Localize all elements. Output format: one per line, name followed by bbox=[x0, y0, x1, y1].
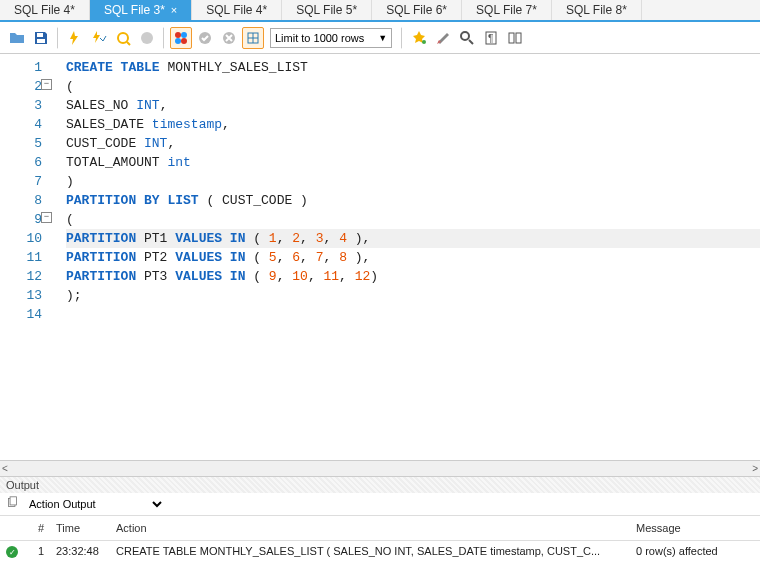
code-line[interactable]: CREATE TABLE MONTHLY_SALES_LIST bbox=[66, 58, 760, 77]
line-number: 8 bbox=[0, 191, 42, 210]
line-number: 2− bbox=[0, 77, 42, 96]
line-number: 13 bbox=[0, 286, 42, 305]
line-number: 10 bbox=[0, 229, 42, 248]
svg-point-7 bbox=[181, 38, 187, 44]
col-time: Time bbox=[50, 520, 110, 536]
line-number: 1 bbox=[0, 58, 42, 77]
commit-button[interactable] bbox=[194, 27, 216, 49]
col-message: Message bbox=[630, 520, 760, 536]
separator bbox=[57, 27, 59, 49]
tab-label: SQL File 3* bbox=[104, 3, 165, 17]
code-line[interactable]: SALES_NO INT, bbox=[66, 96, 760, 115]
svg-point-2 bbox=[118, 33, 128, 43]
tab-3[interactable]: SQL File 5* bbox=[282, 0, 372, 20]
tab-5[interactable]: SQL File 7* bbox=[462, 0, 552, 20]
tab-label: SQL File 4* bbox=[14, 3, 75, 17]
execute-script-button[interactable] bbox=[88, 27, 110, 49]
col-action: Action bbox=[110, 520, 630, 536]
tab-1[interactable]: SQL File 3*× bbox=[90, 0, 192, 20]
scroll-right-icon[interactable]: > bbox=[752, 463, 758, 474]
toggle-autocommit-button[interactable] bbox=[170, 27, 192, 49]
output-row[interactable]: ✓123:32:48CREATE TABLE MONTHLY_SALES_LIS… bbox=[0, 541, 760, 563]
tab-6[interactable]: SQL File 8* bbox=[552, 0, 642, 20]
row-time: 23:32:48 bbox=[50, 543, 110, 559]
code-line[interactable]: PARTITION PT1 VALUES IN ( 1, 2, 3, 4 ), bbox=[66, 229, 760, 248]
code-line[interactable]: ); bbox=[66, 286, 760, 305]
line-number: 3 bbox=[0, 96, 42, 115]
code-line[interactable] bbox=[66, 305, 760, 324]
tab-label: SQL File 4* bbox=[206, 3, 267, 17]
scroll-left-icon[interactable]: < bbox=[2, 463, 8, 474]
tab-4[interactable]: SQL File 6* bbox=[372, 0, 462, 20]
line-number: 14 bbox=[0, 305, 42, 324]
tab-label: SQL File 7* bbox=[476, 3, 537, 17]
svg-rect-16 bbox=[516, 33, 521, 43]
svg-point-11 bbox=[422, 40, 426, 44]
line-number: 12 bbox=[0, 267, 42, 286]
tab-0[interactable]: SQL File 4* bbox=[0, 0, 90, 20]
output-type-select[interactable]: Action Output bbox=[25, 497, 165, 511]
code-line[interactable]: SALES_DATE timestamp, bbox=[66, 115, 760, 134]
row-message: 0 row(s) affected bbox=[630, 543, 760, 559]
code-line[interactable]: CUST_CODE INT, bbox=[66, 134, 760, 153]
row-action: CREATE TABLE MONTHLY_SALES_LIST ( SALES_… bbox=[110, 543, 630, 559]
horizontal-scrollbar[interactable]: < > bbox=[0, 460, 760, 476]
code-area[interactable]: CREATE TABLE MONTHLY_SALES_LIST(SALES_NO… bbox=[48, 54, 760, 460]
svg-point-4 bbox=[175, 32, 181, 38]
separator bbox=[401, 27, 403, 49]
line-gutter: 12−3456789−1011121314 bbox=[0, 54, 48, 460]
code-line[interactable]: ( bbox=[66, 77, 760, 96]
open-file-button[interactable] bbox=[6, 27, 28, 49]
code-line[interactable]: PARTITION PT3 VALUES IN ( 9, 10, 11, 12) bbox=[66, 267, 760, 286]
snippets-button[interactable] bbox=[504, 27, 526, 49]
beautify-clean-button[interactable] bbox=[432, 27, 454, 49]
code-line[interactable]: PARTITION BY LIST ( CUST_CODE ) bbox=[66, 191, 760, 210]
svg-rect-18 bbox=[10, 496, 17, 504]
explain-button[interactable] bbox=[112, 27, 134, 49]
toolbar: Limit to 1000 rows ▼ ¶ bbox=[0, 22, 760, 54]
output-grid-header: # Time Action Message bbox=[0, 516, 760, 541]
dropdown-arrow-icon: ▼ bbox=[378, 33, 387, 43]
line-number: 11 bbox=[0, 248, 42, 267]
tab-label: SQL File 5* bbox=[296, 3, 357, 17]
line-number: 9− bbox=[0, 210, 42, 229]
svg-point-3 bbox=[141, 32, 153, 44]
tab-label: SQL File 8* bbox=[566, 3, 627, 17]
svg-point-12 bbox=[461, 32, 469, 40]
svg-rect-15 bbox=[509, 33, 514, 43]
tab-2[interactable]: SQL File 4* bbox=[192, 0, 282, 20]
line-number: 6 bbox=[0, 153, 42, 172]
code-line[interactable]: ( bbox=[66, 210, 760, 229]
stop-button[interactable] bbox=[136, 27, 158, 49]
row-limit-label: Limit to 1000 rows bbox=[275, 32, 364, 44]
copy-icon[interactable] bbox=[6, 496, 19, 512]
sql-editor[interactable]: 12−3456789−1011121314 CREATE TABLE MONTH… bbox=[0, 54, 760, 460]
row-limit-select[interactable]: Limit to 1000 rows ▼ bbox=[270, 28, 392, 48]
rollback-button[interactable] bbox=[218, 27, 240, 49]
row-num: 1 bbox=[26, 543, 50, 559]
output-panel-header: Output bbox=[0, 476, 760, 493]
file-tabs: SQL File 4*SQL File 3*×SQL File 4*SQL Fi… bbox=[0, 0, 760, 22]
line-number: 4 bbox=[0, 115, 42, 134]
col-num: # bbox=[26, 520, 50, 536]
beautify-button[interactable] bbox=[408, 27, 430, 49]
svg-text:¶: ¶ bbox=[488, 33, 493, 44]
save-button[interactable] bbox=[30, 27, 52, 49]
line-number: 5 bbox=[0, 134, 42, 153]
close-icon[interactable]: × bbox=[171, 4, 177, 16]
execute-button[interactable] bbox=[64, 27, 86, 49]
find-button[interactable] bbox=[456, 27, 478, 49]
svg-rect-1 bbox=[37, 39, 45, 43]
status-ok-icon: ✓ bbox=[6, 546, 18, 558]
code-line[interactable]: TOTAL_AMOUNT int bbox=[66, 153, 760, 172]
code-line[interactable]: PARTITION PT2 VALUES IN ( 5, 6, 7, 8 ), bbox=[66, 248, 760, 267]
svg-rect-0 bbox=[37, 33, 43, 37]
toggle-wrap-button[interactable] bbox=[242, 27, 264, 49]
output-selector-row: Action Output bbox=[0, 493, 760, 516]
show-invisible-button[interactable]: ¶ bbox=[480, 27, 502, 49]
tab-label: SQL File 6* bbox=[386, 3, 447, 17]
code-line[interactable]: ) bbox=[66, 172, 760, 191]
svg-point-6 bbox=[175, 38, 181, 44]
output-grid-body: ✓123:32:48CREATE TABLE MONTHLY_SALES_LIS… bbox=[0, 541, 760, 563]
separator bbox=[163, 27, 165, 49]
